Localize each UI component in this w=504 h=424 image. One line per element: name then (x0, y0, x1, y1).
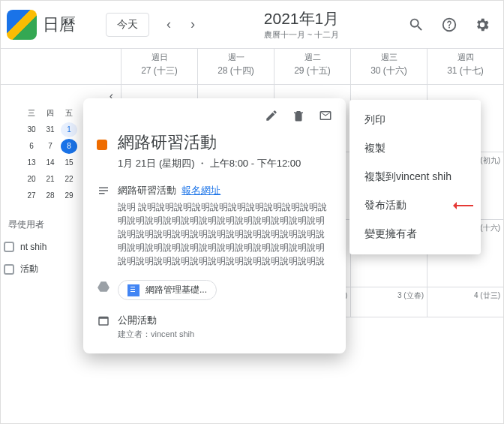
menu-item-copy[interactable]: 複製 (350, 134, 481, 163)
search-icon (408, 17, 424, 33)
trash-icon (292, 109, 305, 122)
month-display: 2021年1月 農曆十一月 ~ 十二月 (205, 8, 398, 41)
description-body: 說明 說明說明說明說明說明說明說明說明說明說明說明說明說明說明說明說明說明說明說… (118, 200, 332, 266)
help-button[interactable] (434, 10, 464, 40)
event-color-icon (97, 140, 107, 150)
weekday-col: 週二29 (十五) (274, 49, 350, 84)
mini-cal-day[interactable]: 28 (42, 188, 58, 203)
mini-cal-day[interactable]: 21 (42, 172, 58, 187)
mini-cal-day[interactable]: 22 (61, 172, 77, 187)
description-title: 網路研習活動 (118, 185, 176, 196)
week-header: 週日27 (十三) 週一28 (十四) 週二29 (十五) 週三30 (十六) … (1, 49, 503, 85)
weekday-col: 週四31 (十七) (427, 49, 503, 84)
highlight-arrow-icon (454, 205, 473, 206)
event-detail-popup: 網路研習活動 1月 21日 (星期四) ・ 上午8:00 - 下午12:00 網… (83, 98, 346, 353)
settings-button[interactable] (467, 10, 497, 40)
mini-cal-day[interactable]: 31 (42, 122, 58, 137)
calendar-icon (97, 314, 110, 327)
help-icon (441, 17, 458, 33)
visibility-label: 公開活動 (118, 314, 332, 327)
doc-icon (128, 284, 140, 296)
mini-cal-day[interactable]: 30 (23, 122, 40, 137)
mini-cal-day[interactable]: 27 (23, 188, 40, 203)
month-title: 2021年1月 (205, 8, 398, 29)
envelope-icon (319, 109, 332, 122)
description-icon (97, 184, 110, 197)
event-title: 網路研習活動 (118, 131, 217, 154)
month-subtitle: 農曆十一月 ~ 十二月 (205, 29, 398, 41)
signup-link[interactable]: 報名網址 (182, 185, 220, 196)
mini-cal-day[interactable]: 8 (61, 139, 77, 154)
pencil-icon (265, 109, 278, 122)
checkbox-icon[interactable] (4, 242, 14, 252)
mini-cal-day[interactable]: 7 (42, 139, 58, 154)
next-period-button[interactable]: › (181, 13, 205, 37)
weekday-col: 週日27 (十三) (121, 49, 197, 84)
mini-cal-day[interactable]: 1 (61, 122, 77, 137)
prev-period-button[interactable]: ‹ (157, 13, 181, 37)
edit-button[interactable] (265, 109, 278, 125)
top-bar: 日曆 今天 ‹ › 2021年1月 農曆十一月 ~ 十二月 (1, 1, 503, 49)
more-actions-menu: 列印 複製 複製到vincent shih 發布活動 變更擁有者 (350, 100, 481, 254)
drive-icon (97, 280, 110, 293)
menu-item-copy-to[interactable]: 複製到vincent shih (350, 163, 481, 191)
mini-cal-day[interactable]: 14 (42, 155, 58, 170)
mini-cal-day[interactable]: 13 (23, 155, 40, 170)
calendar-logo-icon (7, 10, 37, 40)
attachment-chip[interactable]: 網路管理基礎... (118, 280, 217, 300)
weekday-col: 週三30 (十六) (350, 49, 427, 84)
email-button[interactable] (319, 109, 332, 125)
gear-icon (474, 17, 490, 33)
mini-cal-day[interactable]: 15 (61, 155, 77, 170)
search-button[interactable] (401, 10, 431, 40)
weekday-col: 週一28 (十四) (197, 49, 274, 84)
menu-item-change-owner[interactable]: 變更擁有者 (350, 220, 481, 248)
mini-cal-day[interactable]: 29 (61, 188, 77, 203)
menu-item-print[interactable]: 列印 (350, 106, 481, 134)
delete-button[interactable] (292, 109, 305, 125)
checkbox-icon[interactable] (4, 264, 14, 275)
today-button[interactable]: 今天 (106, 13, 149, 37)
mini-cal-day[interactable]: 6 (23, 139, 40, 154)
creator-label: 建立者：vincent shih (118, 329, 332, 340)
mini-cal-day[interactable]: 20 (23, 172, 40, 187)
menu-item-publish[interactable]: 發布活動 (350, 191, 481, 220)
event-time: 1月 21日 (星期四) ・ 上午8:00 - 下午12:00 (118, 157, 332, 170)
app-title: 日曆 (43, 14, 76, 36)
